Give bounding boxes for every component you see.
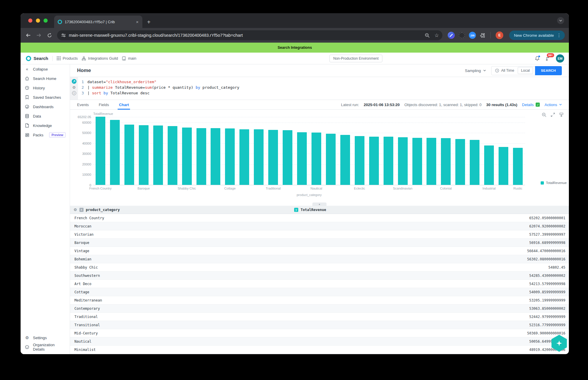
actions-dropdown[interactable]: Actions [544, 103, 562, 107]
nav-integrations-guild[interactable]: Integrations Guild [82, 56, 118, 61]
chart-bar[interactable] [268, 130, 278, 185]
table-row[interactable]: Minimalist48919.42000000006 [70, 346, 569, 354]
chart-bar[interactable] [326, 134, 336, 185]
sidebar-item-knowledge[interactable]: Knowledge [21, 121, 70, 130]
chart-bar[interactable] [499, 147, 508, 185]
nav-branch-main[interactable]: main [122, 56, 136, 61]
browser-profile-avatar[interactable]: E [496, 31, 503, 39]
cribl-logo-icon[interactable] [26, 56, 31, 61]
search-button[interactable]: SEARCH [535, 66, 562, 75]
run-query-icon[interactable] [72, 79, 76, 84]
table-row[interactable]: Southwestern54285.43000000002 [70, 272, 569, 280]
table-row[interactable]: French Country65202.05000000001 [70, 214, 569, 222]
sidebar-item-organization-details[interactable]: Organization Details [21, 342, 70, 352]
chart-expand-icon[interactable] [551, 113, 555, 117]
chart-bar[interactable] [355, 136, 364, 185]
editor-settings-icon[interactable]: ⚙ [72, 86, 76, 89]
chart-bar[interactable] [211, 128, 220, 185]
column-header-total-revenue[interactable]: TotalRevenue [301, 208, 326, 212]
window-minimize-button[interactable] [36, 19, 40, 23]
chart-bar[interactable] [470, 140, 479, 185]
chart-bar[interactable] [139, 125, 149, 185]
table-row[interactable]: Transitional52316.77999999999 [70, 321, 569, 329]
extension-dark-icon[interactable] [459, 32, 465, 38]
x-axis-badge[interactable]: x [79, 208, 84, 212]
sidebar-item-settings[interactable]: ⚙ Settings [21, 333, 70, 342]
table-row[interactable]: Bohemian56302.080000000016 [70, 255, 569, 263]
chart-bar[interactable] [513, 148, 523, 185]
table-row[interactable]: Victorian57527.39999999997 [70, 230, 569, 239]
details-checkbox[interactable]: ✓ [536, 103, 540, 107]
chart-bar[interactable] [168, 126, 177, 185]
sidebar-item-dashboards[interactable]: Dashboards [21, 102, 70, 111]
table-row[interactable]: Vintage56644.470000000016 [70, 247, 569, 255]
chart-bar[interactable] [455, 139, 465, 185]
window-zoom-button[interactable] [44, 19, 48, 23]
browser-tab[interactable]: 1736200400483.rYf5o7 | Crib × [54, 16, 142, 28]
table-row[interactable]: Shabby Chic54802.45 [70, 263, 569, 272]
extension-compass-icon[interactable] [448, 32, 455, 39]
chart-style-brush-icon[interactable] [559, 113, 564, 117]
back-button[interactable] [24, 31, 33, 40]
extensions-puzzle-icon[interactable] [480, 33, 485, 38]
chart-bar[interactable] [340, 135, 350, 185]
chart-bar[interactable] [297, 132, 307, 185]
sidebar-item-saved-searches[interactable]: Saved Searches [21, 93, 70, 102]
chart-bar[interactable] [182, 128, 192, 185]
tab-close-icon[interactable]: × [135, 19, 139, 24]
query-line[interactable]: 3| sort by TotalRevenue desc [78, 90, 239, 96]
chart-bar[interactable] [427, 138, 436, 185]
query-editor[interactable]: ⚙ ? 1dataset="clickhouse_orderitem"2| su… [70, 77, 569, 100]
sampling-dropdown[interactable]: Sampling [465, 68, 486, 73]
chart-bar[interactable] [384, 137, 393, 185]
sidebar-item-search-home[interactable]: Search Home [21, 74, 70, 83]
user-avatar[interactable]: EM [556, 54, 564, 63]
chart-bar[interactable] [441, 138, 451, 185]
time-range-button[interactable]: All Time [492, 68, 518, 73]
chart-bar[interactable] [369, 137, 379, 185]
chart-bar[interactable] [196, 128, 206, 185]
tab-fields[interactable]: Fields [99, 100, 109, 110]
reload-button[interactable] [45, 31, 54, 40]
table-row[interactable]: Baroque56916.68999999998 [70, 239, 569, 247]
column-header-product-category[interactable]: product_category [86, 208, 120, 212]
y-axis-badge[interactable]: y [294, 208, 298, 212]
panel-resize-handle[interactable]: ▲ [312, 202, 327, 206]
window-close-button[interactable] [28, 19, 32, 23]
nav-products[interactable]: Products [57, 56, 78, 61]
chart-legend[interactable]: TotalRevenue [541, 181, 567, 185]
forward-button[interactable] [34, 31, 44, 40]
chart-bar[interactable] [312, 133, 321, 185]
table-row[interactable]: Moroccan62074.92000000002 [70, 222, 569, 230]
table-row[interactable]: Traditional52442.97999999999 [70, 313, 569, 321]
zoom-out-icon[interactable] [425, 33, 430, 38]
chart-bar[interactable] [225, 128, 235, 185]
timezone-toggle[interactable]: Local [518, 67, 533, 74]
chart-bar[interactable] [484, 145, 494, 185]
sidebar-item-data[interactable]: Data [21, 111, 70, 121]
chart-bar[interactable] [110, 120, 120, 185]
chart-bar[interactable] [96, 117, 105, 185]
zoom-extension-icon[interactable]: zm [469, 32, 476, 39]
notifications-bell-icon[interactable] [535, 56, 540, 61]
table-row[interactable]: Mid-Century50369.900000000016 [70, 329, 569, 337]
chart-bar[interactable] [398, 137, 408, 185]
sidebar-item-history[interactable]: History [21, 83, 70, 93]
product-name[interactable]: Search [34, 56, 48, 61]
table-row[interactable]: Mediterranean53205.19999999999 [70, 296, 569, 304]
new-chrome-button[interactable]: New Chrome available ⋮ [509, 31, 565, 40]
chart-bar[interactable] [254, 129, 264, 185]
tab-events[interactable]: Events [77, 100, 89, 110]
query-line[interactable]: 2| summarize TotalRevenue=sum(price * qu… [78, 85, 239, 90]
new-tab-button[interactable]: + [142, 19, 155, 28]
editor-help-icon[interactable]: ? [72, 91, 76, 95]
table-row[interactable]: Contemporary53063.85000000002 [70, 304, 569, 313]
tab-search-button[interactable] [557, 17, 564, 24]
sidebar-collapse-button[interactable]: « Collapse [21, 64, 70, 74]
site-settings-icon[interactable] [61, 33, 66, 37]
table-settings-gear-icon[interactable]: ⚙ [74, 207, 77, 212]
table-row[interactable]: Nautical50056.64999999998 [70, 337, 569, 346]
chart-plot[interactable] [93, 117, 525, 185]
query-line[interactable]: 1dataset="clickhouse_orderitem" [78, 79, 239, 85]
version-branch-icon[interactable]: 99+ [546, 56, 550, 61]
